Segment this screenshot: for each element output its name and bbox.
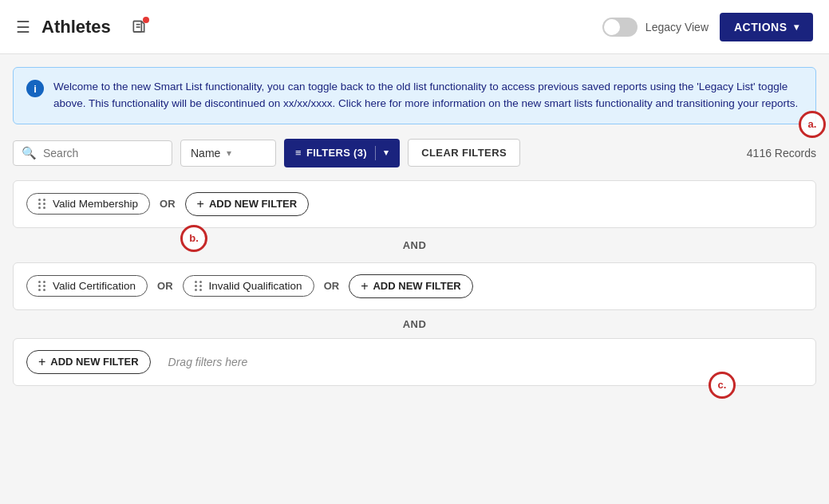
info-text: Welcome to the new Smart List functional… [53, 79, 803, 112]
chip-label-2: Valid Certification [53, 280, 136, 292]
add-filter-button-3[interactable]: + ADD NEW FILTER [26, 350, 151, 374]
or-label-1: OR [160, 198, 176, 210]
filter-group-1-container: Valid Membership OR + ADD NEW FILTER [13, 180, 816, 228]
sort-select[interactable]: Name ▾ [180, 140, 276, 167]
drag-handle-icon [38, 199, 46, 209]
legacy-toggle-wrap: Legacy View [602, 18, 709, 37]
filter-group-1: Valid Membership OR + ADD NEW FILTER [13, 180, 816, 228]
actions-button[interactable]: ACTIONS ▾ [720, 13, 813, 41]
sort-chevron-icon: ▾ [227, 148, 231, 159]
annotation-a: a. [799, 111, 826, 138]
page-title: Athletes [41, 17, 111, 37]
svg-rect-0 [133, 21, 141, 31]
clear-filters-button[interactable]: CLEAR FILTERS [408, 139, 520, 167]
header-doc-icon[interactable] [127, 15, 151, 39]
plus-icon-2: + [361, 279, 368, 293]
annotation-c: c. [709, 372, 736, 399]
add-filter-label-3: ADD NEW FILTER [50, 356, 138, 368]
info-banner: i Welcome to the new Smart List function… [13, 67, 816, 124]
plus-icon-3: + [38, 355, 45, 369]
drag-hint: Drag filters here [168, 356, 248, 368]
legacy-label: Legacy View [645, 21, 709, 33]
chip-label-3: Invalid Qualification [209, 280, 302, 292]
info-banner-wrap: i Welcome to the new Smart List function… [13, 67, 816, 124]
filters-button[interactable]: ≡ FILTERS (3) ▾ [284, 139, 400, 167]
filter-group-3-container: + ADD NEW FILTER Drag filters here c. [13, 338, 816, 386]
add-filter-label: ADD NEW FILTER [209, 198, 297, 210]
chip-label: Valid Membership [53, 198, 138, 210]
and-separator-1: AND [13, 231, 816, 259]
add-filter-label-2: ADD NEW FILTER [373, 280, 460, 292]
search-wrap: 🔍 [13, 140, 172, 166]
menu-icon[interactable]: ☰ [16, 18, 30, 37]
main-content: i Welcome to the new Smart List function… [0, 54, 829, 399]
and-separator-2: AND [13, 310, 816, 338]
filter-bar: 🔍 Name ▾ ≡ FILTERS (3) ▾ CLEAR FILTERS 4… [13, 139, 816, 167]
actions-chevron-icon: ▾ [794, 22, 799, 33]
plus-icon: + [197, 197, 204, 211]
filter-chip-invalid-qualification[interactable]: Invalid Qualification [183, 275, 314, 297]
filter-chip-valid-certification[interactable]: Valid Certification [26, 275, 148, 297]
search-input[interactable] [43, 147, 139, 159]
or-label-3: OR [324, 280, 340, 292]
filter-group-2-container: Valid Certification OR Invalid Qualifica… [13, 262, 816, 310]
filter-chip-valid-membership[interactable]: Valid Membership [26, 193, 150, 215]
sort-label: Name [191, 147, 220, 159]
add-filter-button-1[interactable]: + ADD NEW FILTER [185, 192, 310, 216]
filter-icon: ≡ [295, 147, 302, 159]
records-count: 4116 Records [747, 147, 816, 159]
search-icon: 🔍 [22, 146, 37, 160]
filters-caret-icon: ▾ [384, 148, 389, 158]
filters-divider [375, 146, 376, 160]
drag-handle-icon-3 [195, 281, 203, 291]
drag-handle-icon-2 [38, 281, 46, 291]
notification-dot [143, 17, 149, 23]
filters-label: FILTERS (3) [306, 147, 367, 159]
filter-group-2: Valid Certification OR Invalid Qualifica… [13, 262, 816, 310]
or-label-2: OR [157, 280, 173, 292]
info-icon: i [26, 80, 44, 97]
annotation-b: b. [180, 225, 207, 252]
header: ☰ Athletes Legacy View ACTIONS ▾ [0, 0, 829, 54]
filter-group-3: + ADD NEW FILTER Drag filters here c. [13, 338, 816, 386]
add-filter-button-2[interactable]: + ADD NEW FILTER [349, 274, 473, 298]
legacy-toggle[interactable] [602, 18, 638, 37]
